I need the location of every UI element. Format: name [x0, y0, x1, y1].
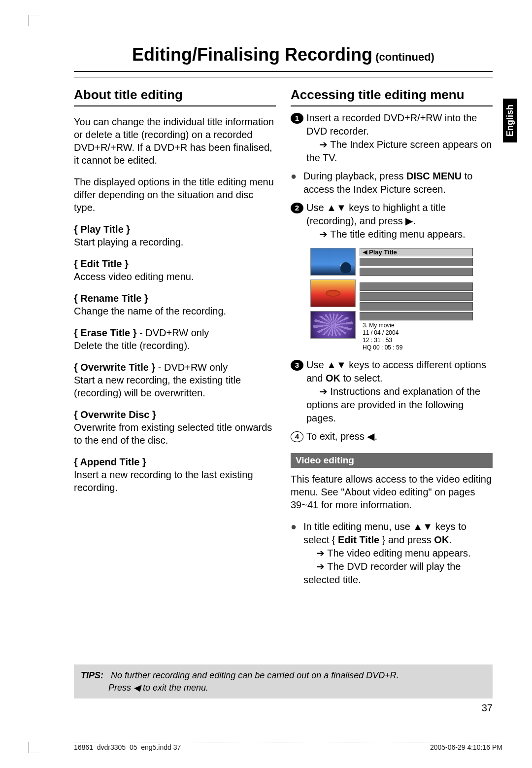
step-4-text: To exit, press ◀.: [306, 430, 377, 443]
option-erase-title-desc: Delete the title (recording).: [74, 340, 190, 351]
option-edit-title-label: { Edit Title }: [74, 258, 129, 269]
option-play-title-desc: Start playing a recording.: [74, 237, 183, 247]
about-para-2: The displayed options in the title editi…: [74, 175, 276, 214]
ve-b1: Edit Title: [338, 534, 379, 545]
option-rename-title-desc: Change the name of the recording.: [74, 306, 226, 316]
footer-filename: 16861_dvdr3305_05_eng5.indd 37: [74, 743, 181, 751]
thumbnail-2: [310, 279, 356, 307]
crop-mark-top: [29, 15, 40, 26]
option-append-title-label: { Append Title }: [74, 456, 146, 467]
ve-mid: } and press: [379, 534, 434, 545]
option-append-title: { Append Title } Insert a new recording …: [74, 455, 276, 494]
title-menu-diagram: ◀ Play Title 3. My movie 11 / 04 / 2004 …: [310, 248, 473, 351]
step-1-text: Insert a recorded DVD+R/+RW into the DVD…: [306, 112, 477, 137]
video-editing-desc: This feature allows access to the video …: [291, 473, 493, 511]
print-footer: 16861_dvdr3305_05_eng5.indd 37 2005-06-2…: [74, 742, 502, 751]
option-overwrite-title-desc: Start a new recording, the existing titl…: [74, 375, 241, 398]
step-4-badge: 4: [291, 431, 303, 442]
page-number: 37: [74, 702, 493, 714]
ve-result-1-text: The video editing menu appears.: [327, 548, 470, 559]
menu-row-3: [360, 268, 473, 276]
tips-label: TIPS:: [81, 670, 103, 680]
menu-row-play-title-label: Play Title: [369, 248, 397, 256]
step-1: 1 Insert a recorded DVD+R/+RW into the D…: [291, 111, 493, 165]
option-append-title-desc: Insert a new recording to the last exist…: [74, 469, 253, 493]
recording-meta: 3. My movie 11 / 04 / 2004 12 : 31 : 53 …: [360, 322, 473, 351]
step-1-note-bold: DISC MENU: [406, 171, 462, 181]
step-1-note: ● During playback, press DISC MENU to ac…: [291, 170, 493, 196]
option-erase-title-suffix: - DVD+RW only: [136, 327, 209, 338]
manual-page: English Editing/Finalising Recording (co…: [0, 0, 532, 768]
option-rename-title-label: { Rename Title }: [74, 293, 148, 304]
step-3-badge: 3: [291, 360, 303, 371]
page-title: Editing/Finalising Recording (continued): [74, 44, 493, 65]
menu-column: ◀ Play Title 3. My movie 11 / 04 / 2004 …: [360, 248, 473, 351]
menu-row-6: [360, 302, 473, 311]
column-right: Accessing title editing menu 1 Insert a …: [291, 77, 493, 591]
crop-mark-bottom: [29, 742, 40, 753]
step-3-result-text: Instructions and explanation of the opti…: [306, 386, 480, 423]
ve-result-2-text: The DVD recorder will play the selected …: [303, 561, 461, 585]
step-2-badge: 2: [291, 203, 303, 213]
step-3-bold: OK: [326, 373, 340, 384]
menu-row-2: [360, 258, 473, 266]
ve-b2: OK: [434, 534, 449, 545]
footer-timestamp: 2005-06-29 4:10:16 PM: [430, 743, 502, 751]
option-overwrite-disc-label: { Overwrite Disc }: [74, 409, 156, 420]
video-editing-step: ● In title editing menu, use ▲▼ keys to …: [291, 520, 493, 587]
step-1-result: ➔ The Index Picture screen appears on th…: [306, 139, 492, 163]
page-title-text: Editing/Finalising Recording: [132, 44, 372, 65]
tips-line-2: Press ◀ to exit the menu.: [108, 683, 208, 693]
ve-result-1: ➔ The video editing menu appears.: [303, 548, 471, 559]
step-4: 4 To exit, press ◀.: [291, 430, 493, 443]
menu-row-5: [360, 292, 473, 301]
step-2-result-text: The title editing menu appears.: [330, 229, 466, 240]
thumbnail-1: [310, 248, 356, 276]
section-accessing-menu: Accessing title editing menu: [291, 87, 493, 106]
ve-result-2: ➔ The DVD recorder will play the selecte…: [303, 561, 461, 585]
meta-time: 12 : 31 : 53: [363, 337, 473, 344]
option-overwrite-disc-desc: Overwrite from existing selected title o…: [74, 422, 272, 446]
about-para-1: You can change the individual title info…: [74, 115, 276, 167]
column-left: About title editing You can change the i…: [74, 77, 276, 591]
thumbnail-strip: [310, 248, 356, 351]
language-tab: English: [503, 99, 517, 142]
meta-date: 11 / 04 / 2004: [363, 329, 473, 337]
step-1-badge: 1: [291, 113, 303, 124]
step-2-result: ➔ The title editing menu appears.: [306, 229, 466, 240]
option-edit-title-desc: Access video editing menu.: [74, 271, 194, 282]
step-2: 2 Use ▲▼ keys to highlight a title (reco…: [291, 201, 493, 241]
page-title-continued: (continued): [372, 51, 434, 63]
menu-row-4: [360, 282, 473, 291]
option-edit-title: { Edit Title } Access video editing menu…: [74, 257, 276, 283]
option-erase-title: { Erase Title } - DVD+RW only Delete the…: [74, 326, 276, 352]
left-pointer-icon: ◀: [363, 248, 367, 256]
step-3-post: to select.: [340, 373, 383, 384]
tips-box: TIPS: No further recording and editing c…: [74, 664, 493, 698]
option-overwrite-title-suffix: - DVD+RW only: [155, 362, 228, 373]
step-1-result-text: The Index Picture screen appears on the …: [306, 139, 492, 163]
option-overwrite-disc: { Overwrite Disc } Overwrite from existi…: [74, 408, 276, 447]
video-editing-heading: Video editing: [291, 453, 493, 468]
option-overwrite-title: { Overwrite Title } - DVD+RW only Start …: [74, 361, 276, 399]
meta-quality: HQ 00 : 05 : 59: [363, 344, 473, 351]
option-play-title-label: { Play Title }: [74, 224, 130, 235]
step-1-note-pre: During playback, press: [303, 171, 406, 181]
step-3: 3 Use ▲▼ keys to access different option…: [291, 358, 493, 425]
tips-line-1: No further recording and editing can be …: [111, 670, 399, 680]
step-3-result: ➔ Instructions and explanation of the op…: [306, 386, 480, 423]
option-rename-title: { Rename Title } Change the name of the …: [74, 292, 276, 317]
menu-row-play-title: ◀ Play Title: [360, 248, 473, 256]
section-about-title-editing: About title editing: [74, 87, 276, 106]
step-2-text: Use ▲▼ keys to highlight a title (record…: [306, 202, 446, 226]
menu-row-7: [360, 312, 473, 320]
option-play-title: { Play Title } Start playing a recording…: [74, 223, 276, 248]
option-overwrite-title-label: { Overwrite Title }: [74, 362, 155, 373]
bullet-icon: ●: [291, 520, 303, 533]
ve-post: .: [449, 534, 452, 545]
thumbnail-3: [310, 311, 356, 339]
option-erase-title-label: { Erase Title }: [74, 327, 136, 338]
meta-title: 3. My movie: [363, 322, 473, 329]
title-rule: [74, 71, 493, 72]
bullet-icon: ●: [291, 170, 303, 183]
